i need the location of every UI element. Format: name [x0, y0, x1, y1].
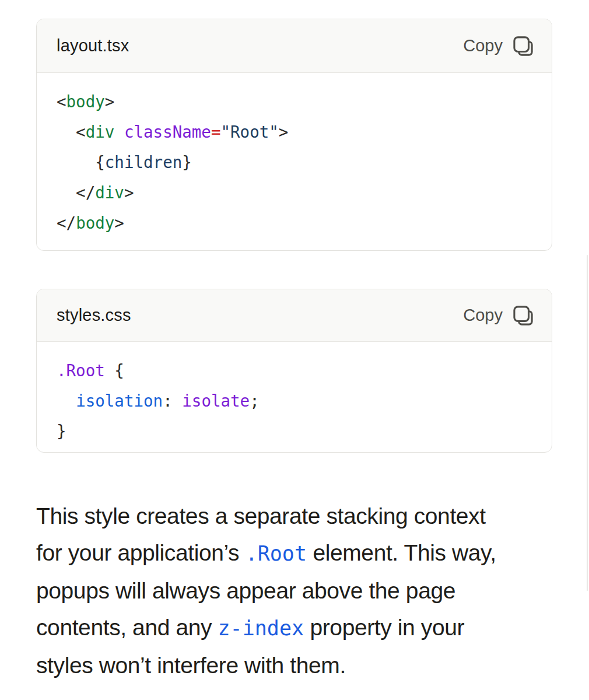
- copy-button-label: Copy: [463, 306, 503, 325]
- paragraph-line: contents, and any z-index property in yo…: [36, 609, 561, 647]
- code-line: <div className="Root">: [57, 117, 532, 147]
- code-card-header: styles.css Copy: [37, 289, 552, 342]
- filename-label: layout.tsx: [57, 36, 129, 55]
- code-line: .Root {: [57, 355, 532, 386]
- page: layout.tsx Copy <body> <div className="R…: [0, 0, 589, 700]
- copy-button[interactable]: Copy: [463, 35, 534, 57]
- code-card-header: layout.tsx Copy: [37, 19, 552, 73]
- copy-button[interactable]: Copy: [463, 304, 534, 327]
- code-card-layout-tsx: layout.tsx Copy <body> <div className="R…: [36, 19, 552, 251]
- inline-code: .Root: [246, 542, 307, 565]
- copy-button-label: Copy: [463, 36, 503, 55]
- paragraph-text: This style creates a separate stacking c…: [36, 503, 486, 528]
- copy-icon: [512, 35, 534, 57]
- paragraph-text: for your application’s: [36, 540, 246, 565]
- code-block: .Root { isolation: isolate;}: [37, 342, 552, 446]
- code-line: isolation: isolate;: [57, 386, 532, 416]
- paragraph-text: contents, and any: [36, 615, 218, 640]
- filename-label: styles.css: [57, 306, 131, 325]
- scrollbar-track[interactable]: [587, 255, 588, 591]
- inline-code: z-index: [218, 617, 304, 640]
- code-line: </body>: [57, 208, 532, 238]
- paragraph-line: for your application’s .Root element. Th…: [36, 534, 561, 572]
- body-paragraph: This style creates a separate stacking c…: [36, 498, 561, 684]
- copy-icon: [512, 304, 534, 327]
- paragraph-text: element. This way,: [307, 540, 496, 565]
- code-line: <body>: [57, 86, 532, 117]
- paragraph-line: This style creates a separate stacking c…: [36, 498, 561, 534]
- paragraph-text: styles won’t interfere with them.: [36, 653, 346, 678]
- code-card-styles-css: styles.css Copy .Root { isolation: isola…: [36, 289, 552, 453]
- code-line: </div>: [57, 177, 532, 208]
- paragraph-line: styles won’t interfere with them.: [36, 647, 561, 684]
- paragraph-text: popups will always appear above the page: [36, 578, 455, 603]
- code-line: {children}: [57, 147, 532, 177]
- code-line: }: [57, 416, 532, 446]
- paragraph-text: property in your: [304, 615, 464, 640]
- code-block: <body> <div className="Root"> {children}…: [37, 73, 552, 238]
- paragraph-line: popups will always appear above the page: [36, 572, 561, 609]
